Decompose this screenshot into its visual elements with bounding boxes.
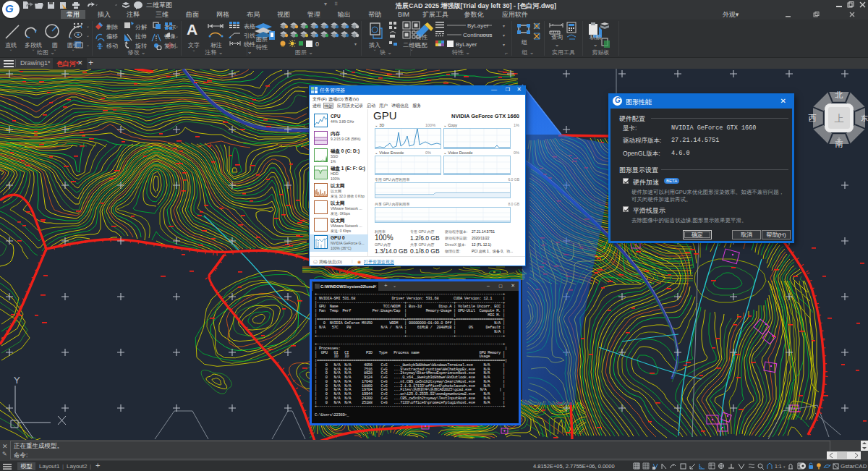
svg-text:⌄: ⌄ (86, 24, 90, 28)
svg-text:⌄: ⌄ (86, 43, 90, 47)
svg-text:北: 北 (835, 90, 843, 99)
svg-text:▾: ▾ (354, 42, 357, 46)
svg-text:西: 西 (809, 114, 817, 122)
svg-text:ByLayer: ByLayer (467, 22, 489, 29)
svg-text:⌄: ⌄ (175, 24, 179, 28)
svg-text:1:1: 1:1 (775, 464, 782, 469)
svg-text:0: 0 (315, 41, 319, 48)
svg-text:东: 东 (861, 114, 868, 122)
svg-text:上: 上 (835, 113, 844, 124)
svg-text:⌄: ⌄ (175, 34, 179, 38)
svg-text:⌄: ⌄ (175, 44, 179, 48)
svg-text:▾: ▾ (783, 464, 786, 469)
svg-text:▾: ▾ (503, 33, 505, 38)
svg-text:▾: ▾ (503, 24, 505, 28)
svg-text:Continuous: Continuous (463, 32, 492, 38)
svg-text:Y: Y (14, 375, 20, 386)
svg-text:▾: ▾ (503, 43, 505, 47)
svg-text:ByLayer: ByLayer (456, 41, 477, 48)
svg-text:⌄: ⌄ (86, 33, 90, 38)
